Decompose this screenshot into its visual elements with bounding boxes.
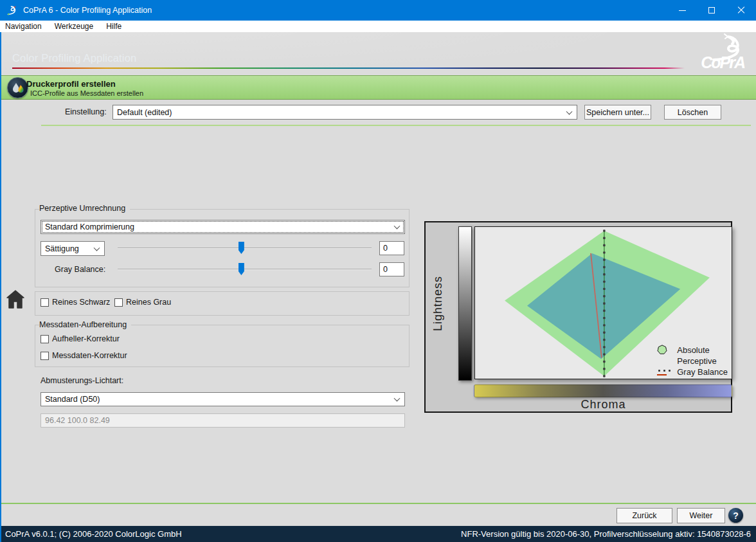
app-icon xyxy=(6,5,17,16)
measurement-section-title: Messdaten-Aufbereitung xyxy=(39,320,131,329)
legend-row-gray-balance: Gray Balance xyxy=(657,366,728,377)
footer-divider xyxy=(0,503,756,504)
compression-combo[interactable]: Standard Komprimierung xyxy=(40,220,405,234)
gamut-chart-panel: Lightness Absolute Perceptive xyxy=(424,221,732,413)
home-button[interactable] xyxy=(6,289,25,309)
gamut-plot: Absolute Perceptive Gray Balance xyxy=(474,226,732,379)
chroma-axis-label: Chroma xyxy=(474,398,732,411)
settings-combo-value: Default (edited) xyxy=(117,108,172,117)
measurement-correction-checkbox[interactable] xyxy=(40,352,49,360)
rainbow-divider xyxy=(12,68,685,69)
status-left: CoPrA v6.0.1; (C) 2006-2020 ColorLogic G… xyxy=(5,529,182,539)
status-bar: CoPrA v6.0.1; (C) 2006-2020 ColorLogic G… xyxy=(0,526,756,542)
saturation-combo[interactable]: Sättigung xyxy=(40,241,105,256)
pure-black-checkbox[interactable] xyxy=(40,298,49,307)
illuminant-combo-value: Standard (D50) xyxy=(45,395,100,404)
legend-row-perceptive: Perceptive xyxy=(657,356,728,366)
chevron-down-icon xyxy=(394,395,401,402)
application-window: CoPrA 6 - Color Profiling Application Na… xyxy=(0,0,756,542)
copra-logo-text: CoPrA xyxy=(701,53,744,72)
save-as-button[interactable]: Speichern unter... xyxy=(584,105,651,120)
compression-combo-value: Standard Komprimierung xyxy=(45,222,134,231)
title-bar: CoPrA 6 - Color Profiling Application xyxy=(0,0,756,21)
measurement-correction-label: Messdaten-Korrektur xyxy=(52,351,127,360)
legend-row-absolute: Absolute xyxy=(657,345,728,355)
maximize-button[interactable] xyxy=(697,0,726,21)
settings-combo[interactable]: Default (edited) xyxy=(113,105,577,120)
chroma-gradient-bar xyxy=(474,384,732,397)
gray-balance-label: Gray Balance: xyxy=(55,265,105,274)
perceptual-section-title: Perzeptive Umrechnung xyxy=(39,204,130,213)
measurement-groupbox xyxy=(35,325,410,367)
task-subtitle: ICC-Profile aus Messdaten erstellen xyxy=(30,89,143,97)
task-title: Druckerprofil erstellen xyxy=(26,79,116,89)
gray-balance-slider[interactable] xyxy=(118,263,372,276)
legend-gray-balance-label: Gray Balance xyxy=(677,367,728,377)
saturation-value-input[interactable]: 0 xyxy=(379,241,404,255)
illuminant-label: Abmusterungs-Lichtart: xyxy=(40,376,123,385)
minimize-icon xyxy=(679,10,686,11)
close-icon xyxy=(737,6,745,14)
illuminant-combo[interactable]: Standard (D50) xyxy=(40,392,405,406)
menu-item-hilfe[interactable]: Hilfe xyxy=(100,21,128,32)
chevron-down-icon xyxy=(394,223,401,230)
saturation-slider-thumb[interactable] xyxy=(239,242,244,254)
lightness-gradient-bar xyxy=(458,226,472,381)
gray-balance-value-input[interactable]: 0 xyxy=(379,262,404,276)
whitepoint-field: 96.42 100.0 82.49 xyxy=(40,413,405,428)
settings-divider xyxy=(41,125,751,126)
brightener-correction-checkbox[interactable] xyxy=(40,335,49,343)
gray-balance-slider-track xyxy=(118,269,372,270)
close-button[interactable] xyxy=(726,0,756,21)
minimize-button[interactable] xyxy=(667,0,697,21)
measurement-checkrow: Messdaten-Korrektur xyxy=(40,351,127,360)
saturation-combo-value: Sättigung xyxy=(45,244,79,253)
task-banner: Druckerprofil erstellen ICC-Profile aus … xyxy=(0,75,756,100)
window-edge xyxy=(0,32,1,542)
printer-profile-icon xyxy=(7,77,28,98)
brightener-checkrow: Aufheller-Korrektur xyxy=(40,334,120,343)
saturation-slider-track xyxy=(118,248,372,249)
chart-legend: Absolute Perceptive Gray Balance xyxy=(657,345,728,377)
chevron-down-icon xyxy=(94,244,100,251)
chevron-down-icon xyxy=(566,108,573,114)
gray-balance-slider-thumb[interactable] xyxy=(239,263,244,275)
pure-gray-checkrow: Reines Grau xyxy=(114,298,171,307)
copra-logo: CoPrA xyxy=(676,33,747,73)
pure-gray-label: Reines Grau xyxy=(126,298,171,307)
back-button[interactable]: Zurück xyxy=(616,508,672,523)
legend-absolute-label: Absolute xyxy=(677,345,710,355)
delete-button[interactable]: Löschen xyxy=(664,105,721,120)
header-banner: Color Profiling Application CoPrA xyxy=(0,32,756,75)
settings-label: Einstellung: xyxy=(65,107,107,116)
lightness-axis-label: Lightness xyxy=(429,247,446,360)
menu-bar: Navigation Werkzeuge Hilfe xyxy=(0,21,756,32)
saturation-slider[interactable] xyxy=(118,242,372,255)
page-title: Color Profiling Application xyxy=(12,52,136,64)
pure-black-label: Reines Schwarz xyxy=(52,298,110,307)
pure-black-checkrow: Reines Schwarz xyxy=(40,298,110,307)
menu-item-werkzeuge[interactable]: Werkzeuge xyxy=(48,21,100,32)
status-right: NFR-Version gültig bis 2020-06-30, Profi… xyxy=(461,529,751,539)
brightener-correction-label: Aufheller-Korrektur xyxy=(52,334,120,343)
legend-perceptive-label: Perceptive xyxy=(677,356,716,366)
legend-gray-balance-swatch xyxy=(657,368,668,375)
window-title: CoPrA 6 - Color Profiling Application xyxy=(23,6,152,15)
maximize-icon xyxy=(708,7,715,14)
menu-item-navigation[interactable]: Navigation xyxy=(0,21,48,32)
next-button[interactable]: Weiter xyxy=(677,508,725,523)
help-button[interactable]: ? xyxy=(728,508,743,523)
pure-gray-checkbox[interactable] xyxy=(114,298,123,307)
